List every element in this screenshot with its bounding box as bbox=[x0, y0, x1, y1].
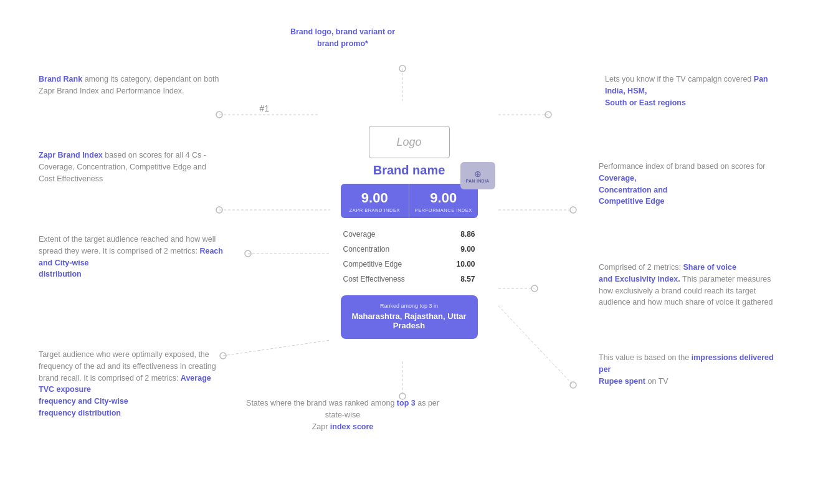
svg-point-8 bbox=[570, 207, 576, 213]
ann-brand-logo: Brand logo, brand variant orbrand promo* bbox=[274, 26, 411, 50]
svg-point-12 bbox=[531, 285, 538, 292]
ann-coverage: Extent of the target audience reached an… bbox=[39, 234, 226, 280]
ann-impressions: This value is based on the impressions d… bbox=[599, 352, 779, 387]
rank-number: #1 bbox=[260, 103, 270, 113]
svg-point-0 bbox=[399, 65, 406, 72]
ann-concentration: Target audience who were optimally expos… bbox=[39, 349, 226, 419]
brand-card: ⊕ PAN INDIA #1 Logo Brand name 9.00 ZAPR… bbox=[341, 92, 478, 339]
metric-row: Competitive Edge10.00 bbox=[341, 257, 478, 272]
index-row: 9.00 ZAPR BRAND INDEX 9.00 PERFORMANCE I… bbox=[341, 184, 478, 218]
logo-box: Logo bbox=[369, 126, 450, 158]
ann-pan-india: Lets you know if the TV campaign covered… bbox=[605, 74, 779, 108]
svg-point-6 bbox=[216, 207, 222, 213]
pan-india-badge: ⊕ PAN INDIA bbox=[460, 162, 495, 189]
svg-line-17 bbox=[498, 306, 573, 385]
metric-row: Coverage8.86 bbox=[341, 227, 478, 242]
metric-row: Concentration9.00 bbox=[341, 242, 478, 257]
top-states-box: Ranked among top 3 in Maharashtra, Rajas… bbox=[341, 295, 478, 339]
ann-performance-index: Performance index of brand based on scor… bbox=[599, 161, 779, 207]
ann-zapr-brand-index: Zapr Brand Index based on scores for all… bbox=[39, 150, 219, 184]
svg-point-10 bbox=[245, 250, 251, 257]
metrics-table: Coverage8.86Concentration9.00Competitive… bbox=[341, 227, 478, 287]
ann-brand-rank: Brand Rank among its category, dependant… bbox=[39, 74, 219, 97]
ann-top3-states: States where the brand was ranked among … bbox=[246, 397, 439, 432]
ann-competitive-edge: Comprised of 2 metrics: Share of voicean… bbox=[599, 262, 779, 308]
page-wrapper: Brand logo, brand variant orbrand promo*… bbox=[0, 0, 818, 504]
metric-row: Cost Effectiveness8.57 bbox=[341, 272, 478, 287]
svg-point-2 bbox=[216, 112, 222, 118]
svg-point-4 bbox=[545, 112, 551, 118]
svg-point-16 bbox=[570, 382, 576, 388]
svg-line-15 bbox=[223, 340, 330, 356]
brand-name: Brand name bbox=[373, 163, 445, 178]
zapr-brand-index-cell: 9.00 ZAPR BRAND INDEX bbox=[341, 184, 410, 218]
